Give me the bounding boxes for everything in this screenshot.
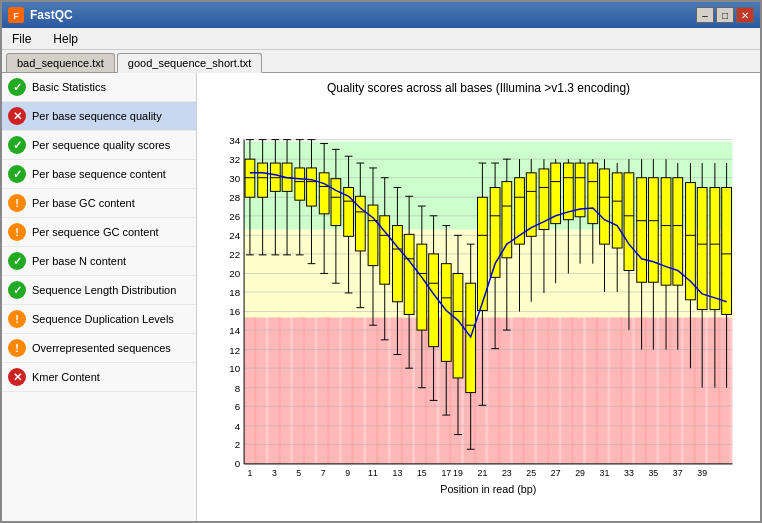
minimize-button[interactable]: – [696, 7, 714, 23]
sidebar-item-seq-dup[interactable]: ! Sequence Duplication Levels [2, 305, 196, 334]
status-icon-fail: ✕ [8, 107, 26, 125]
x-tick-19: 19 [453, 468, 463, 478]
app-title: FastQC [30, 8, 73, 22]
content-area: ✓ Basic Statistics ✕ Per base sequence q… [2, 73, 760, 521]
svg-rect-70 [307, 168, 317, 206]
status-icon-warn-3: ! [8, 310, 26, 328]
x-tick-25: 25 [526, 468, 536, 478]
x-tick-29: 29 [575, 468, 585, 478]
svg-rect-20 [635, 317, 647, 464]
y-tick-0: 0 [235, 458, 241, 469]
svg-rect-4 [244, 317, 256, 464]
close-button[interactable]: ✕ [736, 7, 754, 23]
sidebar-item-per-base-quality[interactable]: ✕ Per base sequence quality [2, 102, 196, 131]
status-icon-warn-4: ! [8, 339, 26, 357]
svg-rect-7 [317, 317, 329, 464]
x-tick-35: 35 [648, 468, 658, 478]
y-tick-34: 34 [229, 135, 240, 146]
y-tick-24: 24 [229, 230, 240, 241]
sidebar-label-per-sequence-gc: Per sequence GC content [32, 226, 159, 238]
tab-good-sequence[interactable]: good_sequence_short.txt [117, 53, 263, 73]
sidebar-label-per-base-content: Per base sequence content [32, 168, 166, 180]
sidebar-label-overrepresented: Overrepresented sequences [32, 342, 171, 354]
app-window: F FastQC – □ ✕ File Help bad_sequence.tx… [0, 0, 762, 523]
sidebar-item-overrepresented[interactable]: ! Overrepresented sequences [2, 334, 196, 363]
svg-rect-18 [586, 317, 598, 464]
zone-green [244, 142, 732, 230]
svg-rect-16 [537, 317, 549, 464]
sidebar-label-per-sequence-quality: Per sequence quality scores [32, 139, 170, 151]
svg-rect-204 [722, 187, 732, 314]
svg-rect-17 [562, 317, 574, 464]
svg-rect-80 [331, 179, 341, 226]
sidebar-item-per-sequence-gc[interactable]: ! Per sequence GC content [2, 218, 196, 247]
y-tick-30: 30 [229, 173, 240, 184]
sidebar-label-per-base-quality: Per base sequence quality [32, 110, 162, 122]
svg-rect-201 [710, 187, 720, 309]
x-tick-17: 17 [441, 468, 451, 478]
y-tick-32: 32 [229, 154, 240, 165]
sidebar-label-per-base-gc: Per base GC content [32, 197, 135, 209]
svg-rect-105 [393, 226, 403, 302]
x-tick-15: 15 [417, 468, 427, 478]
status-icon-ok-2: ✓ [8, 136, 26, 154]
main-chart-area: Quality scores across all bases (Illumin… [197, 73, 760, 521]
svg-rect-177 [612, 173, 622, 248]
svg-rect-45 [245, 159, 255, 197]
svg-rect-174 [600, 169, 610, 244]
x-tick-21: 21 [478, 468, 488, 478]
svg-rect-75 [319, 173, 329, 214]
svg-rect-115 [417, 244, 427, 330]
sidebar-item-per-base-content[interactable]: ✓ Per base sequence content [2, 160, 196, 189]
sidebar-item-per-base-n[interactable]: ✓ Per base N content [2, 247, 196, 276]
x-tick-31: 31 [600, 468, 610, 478]
sidebar-item-per-base-gc[interactable]: ! Per base GC content [2, 189, 196, 218]
y-tick-16: 16 [229, 306, 240, 317]
status-icon-ok-4: ✓ [8, 252, 26, 270]
svg-rect-95 [368, 205, 378, 266]
x-tick-37: 37 [673, 468, 683, 478]
y-tick-12: 12 [229, 345, 240, 356]
sidebar-item-basic-statistics[interactable]: ✓ Basic Statistics [2, 73, 196, 102]
svg-rect-189 [661, 178, 671, 285]
status-icon-ok: ✓ [8, 78, 26, 96]
svg-rect-15 [513, 317, 525, 464]
sidebar-item-seq-length[interactable]: ✓ Sequence Length Distribution [2, 276, 196, 305]
svg-rect-153 [515, 178, 525, 244]
menu-help[interactable]: Help [47, 30, 84, 48]
y-tick-8: 8 [235, 383, 240, 394]
sidebar-label-seq-dup: Sequence Duplication Levels [32, 313, 174, 325]
y-tick-10: 10 [229, 363, 240, 374]
sidebar-item-kmer[interactable]: ✕ Kmer Content [2, 363, 196, 392]
x-tick-13: 13 [393, 468, 403, 478]
tab-bad-sequence[interactable]: bad_sequence.txt [6, 53, 115, 72]
y-tick-14: 14 [229, 325, 240, 336]
status-icon-ok-5: ✓ [8, 281, 26, 299]
y-tick-18: 18 [229, 287, 240, 298]
svg-rect-22 [684, 317, 696, 464]
status-icon-fail-2: ✕ [8, 368, 26, 386]
menu-file[interactable]: File [6, 30, 37, 48]
x-tick-27: 27 [551, 468, 561, 478]
x-axis-title: Position in read (bp) [440, 483, 536, 495]
window-controls: – □ ✕ [696, 7, 754, 23]
svg-rect-10 [391, 317, 403, 464]
menu-bar: File Help [2, 28, 760, 50]
y-tick-20: 20 [229, 268, 240, 279]
x-tick-5: 5 [296, 468, 301, 478]
sidebar-item-per-sequence-quality[interactable]: ✓ Per sequence quality scores [2, 131, 196, 160]
x-tick-7: 7 [321, 468, 326, 478]
tab-bar: bad_sequence.txt good_sequence_short.txt [2, 50, 760, 73]
svg-rect-100 [380, 216, 390, 284]
y-tick-4: 4 [235, 421, 241, 432]
svg-rect-21 [659, 317, 671, 464]
svg-rect-150 [502, 182, 512, 258]
svg-rect-171 [588, 163, 598, 224]
status-icon-ok-3: ✓ [8, 165, 26, 183]
x-tick-9: 9 [345, 468, 350, 478]
maximize-button[interactable]: □ [716, 7, 734, 23]
x-tick-33: 33 [624, 468, 634, 478]
svg-rect-9 [366, 317, 378, 464]
svg-rect-5 [268, 317, 280, 464]
sidebar-label-seq-length: Sequence Length Distribution [32, 284, 176, 296]
